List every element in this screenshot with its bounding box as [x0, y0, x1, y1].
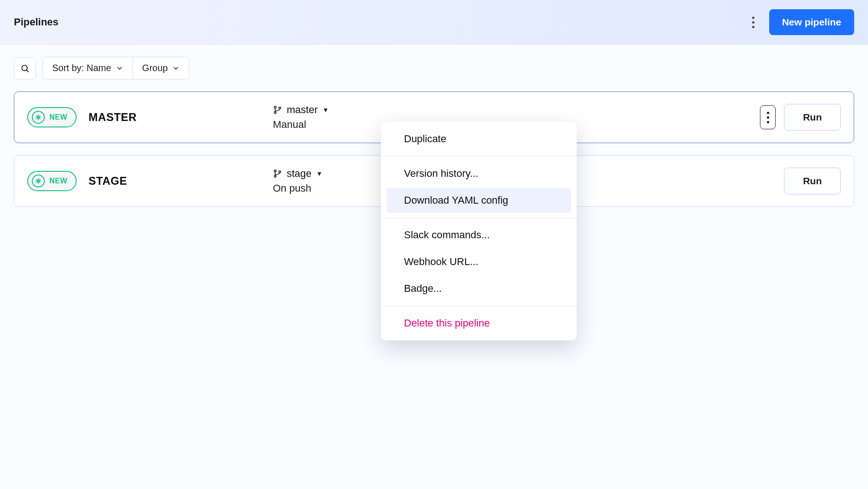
sort-by-button[interactable]: Sort by: Name	[43, 57, 133, 79]
svg-point-13	[274, 170, 276, 172]
menu-item-download-yaml[interactable]: Download YAML config	[386, 188, 571, 213]
svg-point-15	[279, 171, 281, 173]
caret-down-icon: ▼	[316, 170, 323, 177]
status-label: NEW	[49, 177, 67, 185]
pipeline-more-button[interactable]	[760, 105, 776, 129]
search-button[interactable]	[14, 57, 36, 79]
sort-group-controls: Sort by: Name Group	[42, 57, 189, 79]
pipeline-context-menu: Duplicate Version history... Download YA…	[381, 122, 577, 219]
pipeline-actions: Run	[760, 104, 841, 131]
pipeline-actions: Run	[784, 168, 841, 194]
chevron-down-icon	[116, 65, 123, 72]
pipeline-name: MASTER	[89, 111, 137, 124]
svg-point-14	[274, 175, 276, 177]
svg-point-8	[279, 107, 281, 109]
page-title: Pipelines	[14, 16, 59, 28]
branch-selector[interactable]: master ▼	[273, 104, 745, 116]
search-icon	[20, 64, 30, 73]
branch-icon	[273, 169, 282, 178]
run-button[interactable]: Run	[784, 104, 841, 131]
status-label: NEW	[49, 113, 67, 121]
chevron-down-icon	[172, 65, 180, 72]
branch-name: stage	[287, 168, 312, 180]
toolbar: Sort by: Name Group	[0, 45, 868, 79]
status-pill: NEW	[27, 107, 77, 127]
run-button[interactable]: Run	[784, 168, 841, 194]
pipeline-left: NEW STAGE	[27, 171, 258, 191]
menu-item-version-history[interactable]: Version history...	[386, 161, 571, 186]
status-pill: NEW	[27, 171, 77, 191]
pipeline-name: STAGE	[89, 175, 127, 187]
menu-item-duplicate[interactable]: Duplicate	[386, 127, 571, 151]
branch-icon	[273, 105, 282, 115]
svg-line-1	[27, 70, 29, 72]
caret-down-icon: ▼	[322, 106, 329, 114]
group-label: Group	[142, 63, 168, 73]
status-icon	[32, 111, 45, 124]
svg-point-6	[274, 106, 276, 108]
group-button[interactable]: Group	[133, 57, 189, 79]
page-header: Pipelines New pipeline	[0, 0, 868, 45]
header-actions: New pipeline	[748, 9, 854, 35]
status-icon	[32, 175, 45, 187]
pipeline-left: NEW MASTER	[27, 107, 258, 127]
header-more-button[interactable]	[748, 14, 758, 31]
sort-by-label: Sort by: Name	[52, 63, 111, 73]
branch-name: master	[287, 104, 318, 116]
svg-point-7	[274, 112, 276, 114]
new-pipeline-button[interactable]: New pipeline	[769, 9, 854, 35]
